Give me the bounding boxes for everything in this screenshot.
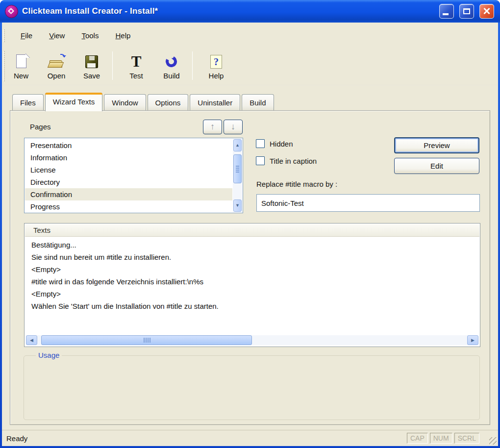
list-item[interactable]: Information [25, 151, 232, 164]
toolbar-divider [2, 85, 498, 85]
text-line[interactable]: Bestätigung... [25, 239, 479, 251]
scrollbar-thumb[interactable] [41, 335, 252, 345]
list-item[interactable]: Presentation [25, 139, 232, 151]
menubar-grip-handle[interactable] [3, 29, 5, 42]
up-arrow-icon: ↑ [210, 122, 215, 131]
build-button[interactable]: Build [155, 50, 188, 82]
tab-options[interactable]: Options [148, 94, 189, 110]
list-item[interactable]: Directory [25, 176, 232, 188]
maximize-button[interactable] [459, 4, 474, 19]
preview-button[interactable]: Preview [394, 137, 479, 153]
list-item[interactable]: Progress [25, 200, 232, 213]
tab-window[interactable]: Window [104, 94, 146, 110]
toolbar-grip-handle[interactable] [3, 51, 5, 81]
title-in-caption-checkbox-row: Title in caption [256, 156, 317, 165]
tab-uninstaller[interactable]: Uninstaller [190, 94, 240, 110]
toolbar-separator [112, 51, 113, 80]
tab-build[interactable]: Build [242, 94, 274, 110]
minimize-icon [443, 13, 449, 15]
menu-file[interactable]: File [15, 29, 38, 42]
menu-help[interactable]: Help [109, 29, 136, 42]
pages-vertical-scrollbar[interactable]: ▲ ▼ [233, 139, 242, 212]
app-window: Clickteam Install Creator - Install* Fil… [0, 0, 500, 448]
maximize-icon [463, 8, 470, 14]
pages-label: Pages [30, 123, 51, 131]
scrollbar-thumb[interactable] [233, 154, 242, 183]
num-lock-indicator: NUM [430, 433, 452, 444]
replace-title-macro-label: Replace #title macro by : [256, 180, 337, 188]
title-in-caption-label: Title in caption [270, 157, 317, 165]
wizard-texts-panel: Pages ↑ ↓ Presentation Information Licen… [10, 110, 490, 425]
text-line[interactable]: #title wird in das folgende Verzeichnis … [25, 275, 479, 288]
save-floppy-icon [83, 54, 100, 70]
menubar: File View Tools Help [2, 25, 498, 45]
hidden-label: Hidden [270, 140, 293, 148]
hidden-checkbox-row: Hidden [256, 139, 293, 148]
build-icon [163, 54, 180, 70]
statusbar: Ready CAP NUM SCRL [2, 430, 498, 446]
edit-button[interactable]: Edit [394, 158, 479, 174]
test-button[interactable]: T Test [120, 50, 152, 82]
menu-tools[interactable]: Tools [75, 29, 104, 42]
text-line[interactable]: <Empty> [25, 288, 479, 300]
new-button[interactable]: New [5, 50, 37, 82]
close-button[interactable] [479, 4, 494, 19]
menu-view[interactable]: View [43, 29, 71, 42]
toolbar-separator [192, 51, 193, 80]
scroll-left-button[interactable]: ◀ [26, 335, 37, 345]
test-icon: T [128, 54, 145, 70]
tab-wizard-texts[interactable]: Wizard Texts [45, 93, 103, 111]
text-line[interactable]: <Empty> [25, 263, 479, 275]
new-document-icon [13, 54, 29, 70]
texts-listview: Texts Bestätigung... Sie sind nun bereit… [24, 223, 480, 347]
tab-files[interactable]: Files [12, 94, 44, 110]
texts-horizontal-scrollbar[interactable]: ◀ ▶ [26, 335, 478, 345]
usage-groupbox: Usage [24, 355, 480, 420]
help-icon: ? [208, 54, 225, 70]
status-message: Ready [6, 434, 27, 443]
text-line[interactable]: Sie sind nun bereit um #title zu install… [25, 251, 479, 263]
title-in-caption-checkbox[interactable] [256, 156, 265, 165]
caps-lock-indicator: CAP [407, 433, 428, 444]
minimize-button[interactable] [439, 4, 454, 19]
replace-title-macro-input[interactable] [256, 194, 480, 212]
texts-column-header[interactable]: Texts [25, 224, 479, 237]
usage-label: Usage [36, 351, 62, 359]
scroll-right-button[interactable]: ▶ [467, 335, 478, 345]
text-line[interactable]: Wählen Sie 'Start' um die Installation v… [25, 300, 479, 312]
titlebar: Clickteam Install Creator - Install* [0, 0, 500, 23]
scroll-lock-indicator: SCRL [454, 433, 479, 444]
window-title: Clickteam Install Creator - Install* [22, 6, 158, 16]
open-folder-icon [48, 54, 65, 70]
save-button[interactable]: Save [75, 50, 108, 82]
resize-grip-handle[interactable] [489, 437, 497, 445]
client-area: File View Tools Help New Open Save T [2, 23, 498, 446]
move-page-down-button[interactable]: ↓ [224, 120, 243, 134]
list-item-selected[interactable]: Confirmation [25, 188, 232, 200]
hidden-checkbox[interactable] [256, 139, 265, 148]
toolbar: New Open Save T Test Build ? [2, 47, 498, 84]
down-arrow-icon: ↓ [231, 122, 235, 131]
app-icon [5, 5, 18, 18]
pages-listbox: Presentation Information License Directo… [24, 138, 243, 213]
scroll-down-button[interactable]: ▼ [233, 199, 242, 212]
tabstrip: Files Wizard Texts Window Options Uninst… [2, 86, 498, 110]
help-button[interactable]: ? Help [200, 50, 232, 82]
scroll-up-button[interactable]: ▲ [233, 139, 242, 151]
list-item[interactable]: License [25, 164, 232, 176]
open-button[interactable]: Open [40, 50, 73, 82]
move-page-up-button[interactable]: ↑ [203, 120, 222, 134]
